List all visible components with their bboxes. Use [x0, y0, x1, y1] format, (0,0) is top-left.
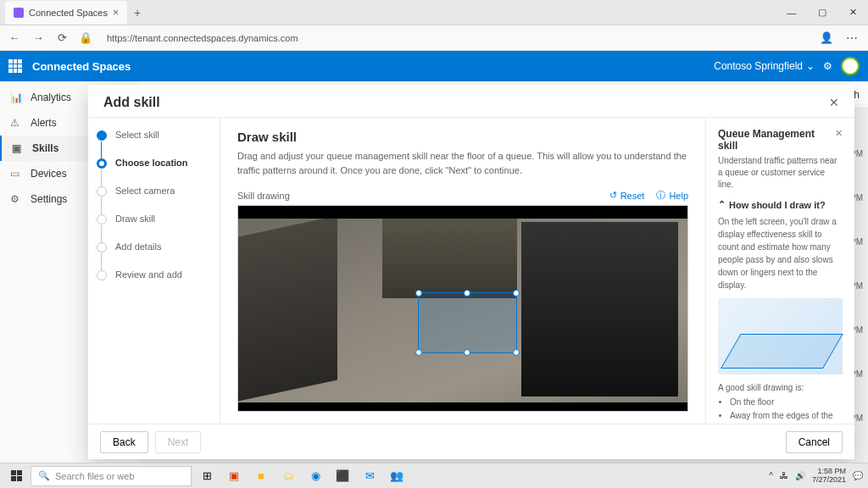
modal-title: Add skill [103, 95, 160, 110]
analytics-icon: 📊 [10, 92, 22, 103]
help-list-item: On the floor [730, 396, 843, 409]
resize-handle[interactable] [513, 349, 520, 356]
reset-icon: ↺ [609, 190, 617, 201]
resize-handle[interactable] [513, 290, 520, 297]
step-select-skill[interactable]: Select skill [97, 130, 211, 158]
alerts-icon: ⚠ [10, 117, 22, 129]
step-label: Add details [115, 241, 161, 252]
start-button[interactable] [5, 465, 27, 487]
tray-chevron-icon[interactable]: ^ [769, 471, 773, 480]
sidebar-item-label: Devices [31, 168, 67, 180]
back-button[interactable]: Back [100, 431, 148, 453]
step-label: Select camera [115, 186, 175, 196]
next-button: Next [155, 431, 202, 453]
avatar[interactable] [841, 57, 860, 75]
content-description: Drag and adjust your queue management sk… [237, 149, 688, 177]
step-label: Review and add [115, 269, 182, 280]
step-add-details: Add details [97, 241, 211, 269]
help-panel-close-icon[interactable]: ✕ [835, 128, 843, 139]
step-select-camera: Select camera [97, 186, 211, 214]
browser-menu-button[interactable]: ⋯ [843, 31, 861, 45]
tab-title: Connected Spaces [29, 8, 108, 18]
gear-icon: ⚙ [10, 193, 22, 205]
new-tab-button[interactable]: + [127, 6, 147, 19]
sidebar-item-label: Analytics [31, 92, 71, 103]
minimize-button[interactable]: — [776, 0, 807, 25]
chevron-down-icon: ⌄ [806, 60, 815, 72]
volume-icon[interactable]: 🔊 [795, 471, 805, 480]
settings-icon[interactable]: ⚙ [823, 60, 832, 72]
step-choose-location[interactable]: Choose location [97, 158, 211, 186]
task-view-icon[interactable]: ⊞ [195, 465, 219, 487]
lock-icon: 🔒 [78, 30, 93, 46]
skills-icon: ▣ [12, 142, 24, 154]
help-icon: ⓘ [656, 189, 665, 202]
modal-header: Add skill ✕ [88, 85, 854, 117]
help-list-title: A good skill drawing is: [718, 383, 843, 392]
skill-zone-selection[interactable] [418, 292, 517, 354]
modal-main-content: Draw skill Drag and adjust your queue ma… [220, 118, 706, 424]
search-icon: 🔍 [38, 470, 50, 481]
close-window-button[interactable]: ✕ [837, 0, 868, 25]
sidebar-item-label: Skills [32, 142, 58, 154]
help-panel: Queue Management skill ✕ Understand traf… [706, 118, 854, 424]
file-explorer-icon[interactable]: 🗂 [276, 465, 300, 487]
teams-icon[interactable]: 👥 [385, 465, 409, 487]
sidebar-item-label: Alerts [31, 117, 57, 129]
profile-icon[interactable]: 👤 [819, 30, 834, 46]
modal-close-icon[interactable]: ✕ [829, 96, 839, 109]
help-illustration [718, 298, 843, 374]
help-section-body: On the left screen, you'll draw a displa… [718, 215, 843, 291]
taskbar-clock[interactable]: 1:58 PM 7/27/2021 [812, 468, 846, 485]
cancel-button[interactable]: Cancel [786, 431, 843, 453]
tab-close-icon[interactable]: × [113, 7, 119, 19]
help-panel-subtitle: Understand traffic patterns near a queue… [718, 155, 843, 191]
back-button[interactable]: ← [7, 30, 22, 46]
app-header: Connected Spaces Contoso Springfield ⌄ ⚙ [0, 51, 868, 81]
maximize-button[interactable]: ▢ [807, 0, 837, 25]
help-panel-title: Queue Management skill [718, 128, 835, 152]
forward-button[interactable]: → [31, 30, 46, 46]
app-launcher-icon[interactable] [8, 59, 22, 73]
taskbar-search[interactable]: 🔍 Search files or web [31, 466, 192, 486]
windows-taskbar: 🔍 Search files or web ⊞ ▣ ■ 🗂 ◉ ⬛ ✉ 👥 ^ … [0, 463, 868, 488]
step-draw-skill: Draw skill [97, 214, 211, 241]
reset-button[interactable]: ↺Reset [609, 189, 645, 202]
resize-handle[interactable] [464, 290, 470, 297]
camera-canvas[interactable] [237, 205, 688, 412]
help-list-item: Away from the edges of the camera view [730, 409, 843, 424]
content-heading: Draw skill [237, 130, 688, 144]
taskbar-app-icon[interactable]: ⬛ [331, 465, 354, 487]
notifications-icon[interactable]: 💬 [853, 471, 863, 480]
tenant-name: Contoso Springfield [714, 60, 803, 72]
skill-drawing-label: Skill drawing [237, 191, 290, 201]
step-review-add: Review and add [97, 269, 211, 280]
tenant-selector[interactable]: Contoso Springfield ⌄ [714, 60, 815, 72]
chevron-up-icon: ⌃ [718, 199, 726, 210]
address-bar: ← → ⟳ 🔒 https://tenant.connectedspaces.d… [0, 25, 868, 51]
step-label: Draw skill [115, 214, 155, 224]
devices-icon: ▭ [10, 168, 22, 180]
browser-tab-strip: Connected Spaces × + — ▢ ✕ [0, 0, 868, 25]
reload-button[interactable]: ⟳ [54, 30, 70, 46]
tab-favicon [14, 8, 24, 18]
browser-tab[interactable]: Connected Spaces × [5, 1, 127, 25]
add-skill-modal: Add skill ✕ Select skill Choose location… [88, 85, 854, 459]
outlook-icon[interactable]: ✉ [358, 465, 381, 487]
step-label: Choose location [115, 158, 188, 168]
system-tray: ^ 🖧 🔊 1:58 PM 7/27/2021 💬 [769, 468, 863, 485]
resize-handle[interactable] [415, 290, 422, 297]
edge-icon[interactable]: ◉ [303, 465, 327, 487]
modal-footer: Back Next Cancel [88, 424, 854, 459]
step-label: Select skill [115, 130, 159, 140]
search-placeholder: Search files or web [55, 471, 135, 481]
taskbar-app-icon[interactable]: ■ [249, 465, 273, 487]
window-controls: — ▢ ✕ [776, 0, 868, 25]
taskbar-app-icon[interactable]: ▣ [222, 465, 246, 487]
help-button[interactable]: ⓘHelp [656, 189, 688, 202]
help-section-toggle[interactable]: ⌃ How should I draw it? [718, 199, 843, 210]
url-field[interactable]: https://tenant.connectedspaces.dynamics.… [102, 30, 810, 46]
sidebar-item-label: Settings [31, 193, 67, 205]
wizard-stepper: Select skill Choose location Select came… [88, 118, 220, 424]
network-icon[interactable]: 🖧 [780, 471, 788, 480]
